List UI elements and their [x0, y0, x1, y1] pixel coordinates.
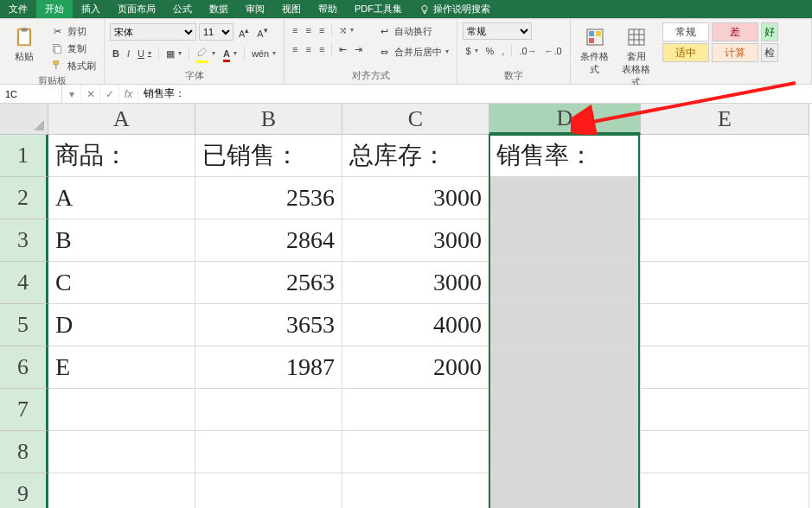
- cell-D6[interactable]: [489, 346, 641, 389]
- style-calculation[interactable]: 计算: [712, 43, 758, 62]
- underline-button[interactable]: U▾: [135, 46, 154, 61]
- cancel-formula-button[interactable]: ✕: [81, 85, 100, 103]
- row-header-2[interactable]: 2: [0, 177, 48, 219]
- cell-E2[interactable]: [641, 177, 809, 219]
- row-header-7[interactable]: 7: [0, 389, 48, 431]
- column-header-B[interactable]: B: [195, 104, 342, 135]
- row-header-6[interactable]: 6: [0, 346, 48, 389]
- cell-B3[interactable]: 2864: [195, 219, 342, 262]
- row-header-4[interactable]: 4: [0, 262, 48, 304]
- row-header-5[interactable]: 5: [0, 304, 48, 346]
- menu-page-layout[interactable]: 页面布局: [109, 0, 164, 18]
- column-header-D[interactable]: D: [489, 104, 641, 135]
- cell-E8[interactable]: [641, 431, 809, 473]
- font-size-select[interactable]: 11: [199, 23, 233, 41]
- menu-insert[interactable]: 插入: [73, 0, 109, 18]
- conditional-format-button[interactable]: 条件格式: [576, 22, 614, 79]
- name-box[interactable]: [0, 85, 62, 103]
- row-header-3[interactable]: 3: [0, 219, 48, 262]
- cell-C3[interactable]: 3000: [342, 219, 489, 262]
- cell-C4[interactable]: 3000: [342, 262, 489, 304]
- cell-A7[interactable]: [48, 389, 195, 431]
- style-good[interactable]: 好: [761, 22, 778, 41]
- cell-E7[interactable]: [641, 389, 809, 431]
- align-left-button[interactable]: ≡: [290, 41, 300, 57]
- percent-format-button[interactable]: %: [483, 43, 497, 59]
- cell-E6[interactable]: [641, 346, 809, 389]
- select-all-corner[interactable]: [0, 104, 48, 135]
- cell-E9[interactable]: [641, 473, 809, 508]
- cell-D8[interactable]: [489, 431, 641, 473]
- cut-button[interactable]: ✂ 剪切: [47, 22, 99, 40]
- increase-indent-button[interactable]: ⇥: [352, 41, 365, 57]
- menu-home[interactable]: 开始: [36, 0, 73, 18]
- cell-A2[interactable]: A: [48, 177, 195, 219]
- enter-formula-button[interactable]: ✓: [100, 85, 119, 103]
- style-normal[interactable]: 常规: [662, 22, 709, 41]
- decrease-decimal-button[interactable]: ←.0: [542, 43, 565, 59]
- cell-A8[interactable]: [48, 431, 195, 473]
- cell-C8[interactable]: [342, 431, 489, 473]
- align-middle-button[interactable]: ≡: [304, 22, 314, 38]
- cell-B8[interactable]: [195, 431, 342, 473]
- cell-D3[interactable]: [489, 219, 641, 262]
- align-top-button[interactable]: ≡: [290, 22, 300, 38]
- cell-B9[interactable]: [195, 473, 342, 508]
- cell-B5[interactable]: 3653: [195, 304, 342, 346]
- style-bad[interactable]: 差: [712, 22, 758, 41]
- menu-tell-me[interactable]: 操作说明搜索: [411, 0, 499, 18]
- cell-D1[interactable]: 销售率：: [489, 135, 641, 177]
- menu-data[interactable]: 数据: [201, 0, 237, 18]
- cell-E4[interactable]: [641, 262, 809, 304]
- merge-center-button[interactable]: ⇔ 合并后居中 ▾: [374, 43, 451, 60]
- cell-B6[interactable]: 1987: [195, 346, 342, 389]
- menu-review[interactable]: 审阅: [237, 0, 273, 18]
- menu-file[interactable]: 文件: [0, 0, 36, 18]
- wrap-text-button[interactable]: ↩ 自动换行: [374, 22, 451, 40]
- cell-C5[interactable]: 4000: [342, 304, 489, 346]
- font-color-button[interactable]: A▾: [221, 46, 240, 61]
- row-header-1[interactable]: 1: [0, 135, 48, 177]
- cell-A3[interactable]: B: [48, 219, 195, 262]
- cell-B2[interactable]: 2536: [195, 177, 342, 219]
- cell-C2[interactable]: 3000: [342, 177, 489, 219]
- cell-C6[interactable]: 2000: [342, 346, 489, 389]
- cell-A9[interactable]: [48, 473, 195, 508]
- border-button[interactable]: ▦▾: [163, 46, 184, 61]
- decrease-font-button[interactable]: A▾: [254, 22, 270, 41]
- cell-A6[interactable]: E: [48, 346, 195, 389]
- align-bottom-button[interactable]: ≡: [316, 22, 327, 38]
- font-name-select[interactable]: 宋体: [110, 23, 196, 41]
- worksheet-grid[interactable]: ABCDE 123456789 商品：已销售：总库存：销售率：A25363000…: [0, 104, 812, 508]
- number-format-select[interactable]: 常规: [463, 22, 532, 40]
- italic-button[interactable]: I: [125, 46, 132, 61]
- cell-D7[interactable]: [489, 389, 641, 431]
- align-center-button[interactable]: ≡: [304, 41, 314, 57]
- phonetic-button[interactable]: wén▾: [249, 46, 278, 61]
- column-header-A[interactable]: A: [48, 104, 195, 135]
- menu-view[interactable]: 视图: [273, 0, 310, 18]
- menu-pdf-tools[interactable]: PDF工具集: [346, 0, 411, 18]
- formula-dropdown-button[interactable]: ▾: [62, 85, 81, 103]
- paste-button[interactable]: 粘贴: [5, 22, 43, 67]
- format-painter-button[interactable]: 格式刷: [47, 57, 99, 74]
- increase-decimal-button[interactable]: .0→: [516, 43, 539, 59]
- cell-D9[interactable]: [489, 473, 641, 508]
- menu-help[interactable]: 帮助: [310, 0, 346, 18]
- cell-C1[interactable]: 总库存：: [342, 135, 489, 177]
- column-header-C[interactable]: C: [342, 104, 489, 135]
- menu-formulas[interactable]: 公式: [164, 0, 201, 18]
- increase-font-button[interactable]: A▴: [236, 22, 252, 41]
- cell-A1[interactable]: 商品：: [48, 135, 195, 177]
- cell-B7[interactable]: [195, 389, 342, 431]
- cell-D4[interactable]: [489, 262, 641, 304]
- cell-C7[interactable]: [342, 389, 489, 431]
- style-neutral[interactable]: 适中: [662, 43, 709, 62]
- insert-function-button[interactable]: fx: [119, 85, 138, 103]
- copy-button[interactable]: 复制: [47, 40, 99, 57]
- cell-E1[interactable]: [641, 135, 809, 177]
- row-header-9[interactable]: 9: [0, 473, 48, 508]
- orientation-button[interactable]: ⤭▾: [336, 22, 356, 38]
- cell-E3[interactable]: [641, 219, 809, 262]
- row-header-8[interactable]: 8: [0, 431, 48, 473]
